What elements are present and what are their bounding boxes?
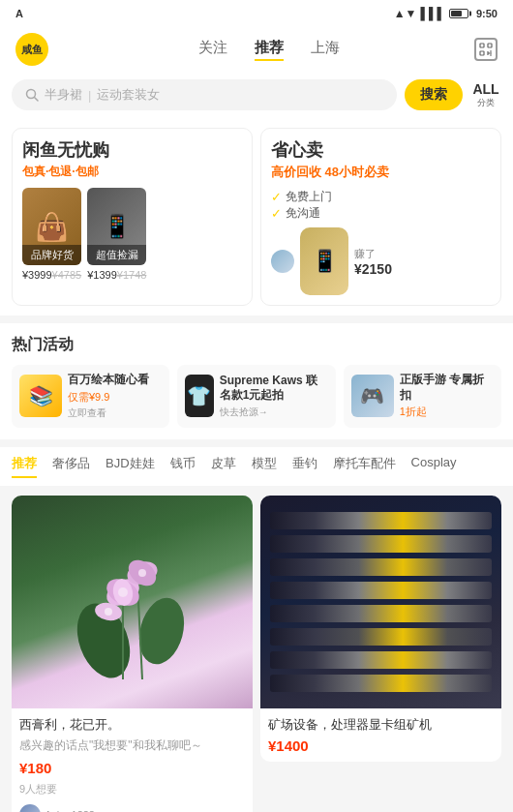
nav-tabs: 关注 推荐 上海 bbox=[64, 39, 474, 61]
activity-supreme[interactable]: 👕 Supreme Kaws 联名款1元起拍 快去抢源→ bbox=[177, 365, 335, 428]
cat-tab-coins[interactable]: 钱币 bbox=[170, 455, 196, 478]
cat-tab-bjd[interactable]: BJD娃娃 bbox=[106, 455, 155, 478]
flower-likes: 9人想要 bbox=[19, 782, 57, 797]
gpu-row-7 bbox=[270, 651, 492, 669]
gpu-row-8 bbox=[270, 675, 492, 692]
gpu-row-4 bbox=[270, 582, 492, 599]
status-right: ▲▼ ▌▌▌ 9:50 bbox=[394, 7, 498, 20]
search-input-wrap[interactable]: 半身裙 | 运动套装女 bbox=[12, 79, 397, 110]
banner-left-products: 👜 品牌好货 ¥3999¥4785 📱 超值捡漏 ¥1399¥1748 bbox=[22, 188, 242, 281]
gpu-row-5 bbox=[270, 605, 492, 622]
tab-shanghai[interactable]: 上海 bbox=[311, 39, 340, 61]
search-button[interactable]: 搜索 bbox=[405, 79, 463, 110]
activity-book-desc: 仅需¥9.9 bbox=[68, 390, 149, 405]
all-categories-button[interactable]: ALL 分类 bbox=[470, 81, 501, 109]
battery-fill bbox=[451, 11, 462, 16]
signal-icon: ▌▌▌ bbox=[420, 7, 445, 20]
cat-tab-fishing[interactable]: 垂钓 bbox=[292, 455, 317, 478]
gpu-row-1 bbox=[270, 512, 492, 529]
flower-price: ¥180 bbox=[19, 760, 245, 776]
check-item-2: ✓ 免沟通 bbox=[271, 205, 491, 222]
gpu-price: ¥1400 bbox=[268, 737, 494, 754]
cat-tab-cosplay[interactable]: Cosplay bbox=[411, 455, 457, 478]
category-tabs: 推荐 奢侈品 BJD娃娃 钱币 皮草 模型 垂钓 摩托车配件 Cosplay bbox=[0, 447, 513, 486]
logo-area: 咸鱼 bbox=[15, 33, 64, 66]
banner-right[interactable]: 省心卖 高价回收 48小时必卖 ✓ 免费上门 ✓ 免沟通 📱 赚了 ¥2150 bbox=[260, 128, 501, 306]
svg-line-8 bbox=[35, 98, 39, 102]
status-bar: A ▲▼ ▌▌▌ 9:50 bbox=[0, 0, 513, 27]
cat-tab-fur[interactable]: 皮草 bbox=[211, 455, 236, 478]
hot-activities-section: 热门活动 📚 百万绘本随心看 仅需¥9.9 立即查看 👕 Supreme Kaw… bbox=[0, 323, 513, 439]
carrier-label: A bbox=[15, 8, 23, 19]
seller-avatar bbox=[271, 250, 294, 273]
tshirt-image: 👕 bbox=[185, 375, 213, 417]
activity-book[interactable]: 📚 百万绘本随心看 仅需¥9.9 立即查看 bbox=[12, 365, 169, 428]
banner-left-subtitle: 包真·包退·包邮 bbox=[22, 164, 242, 180]
search-placeholder1: 半身裙 bbox=[45, 86, 82, 104]
banner-checks: ✓ 免费上门 ✓ 免沟通 bbox=[271, 189, 491, 222]
activity-supreme-link[interactable]: 快去抢源→ bbox=[220, 406, 328, 419]
check-item-1: ✓ 免费上门 bbox=[271, 189, 491, 205]
search-placeholder2: 运动套装女 bbox=[97, 86, 160, 104]
gpu-product-info: 矿场设备，处理器显卡组矿机 ¥1400 bbox=[260, 708, 501, 762]
game-image: 🎮 bbox=[351, 375, 394, 417]
hot-activities-title: 热门活动 bbox=[12, 335, 501, 355]
sold-note: 赚了 ¥2150 bbox=[354, 247, 392, 277]
svg-rect-1 bbox=[488, 44, 492, 47]
product-phone-label: 超值捡漏 bbox=[87, 245, 146, 265]
activity-book-link[interactable]: 立即查看 bbox=[68, 406, 149, 420]
product-bag-price: ¥3999¥4785 bbox=[22, 269, 81, 281]
battery-icon bbox=[449, 9, 468, 18]
activity-game-title: 正版手游 专属折扣 bbox=[400, 373, 494, 403]
book-image: 📚 bbox=[19, 375, 62, 417]
product-bag-label: 品牌好货 bbox=[22, 245, 81, 265]
product-phone-price: ¥1399¥1748 bbox=[87, 269, 146, 281]
tab-follow[interactable]: 关注 bbox=[198, 39, 227, 61]
cat-tab-luxury[interactable]: 奢侈品 bbox=[52, 455, 90, 478]
product-grid: 西膏利，花已开。 感兴趣的话点"我想要"和我私聊吧～ ¥180 9人想要 Axi… bbox=[0, 488, 513, 812]
cat-tab-model[interactable]: 模型 bbox=[252, 455, 277, 478]
flower-subtitle: 感兴趣的话点"我想要"和我私聊吧～ bbox=[19, 737, 245, 754]
product-bag[interactable]: 👜 品牌好货 ¥3999¥4785 bbox=[22, 188, 81, 281]
grid-col-left: 西膏利，花已开。 感兴趣的话点"我想要"和我私聊吧～ ¥180 9人想要 Axi… bbox=[12, 496, 253, 812]
svg-point-19 bbox=[138, 569, 146, 577]
gpu-title: 矿场设备，处理器显卡组矿机 bbox=[268, 716, 494, 734]
seller-avatar-flower bbox=[19, 804, 41, 812]
activity-supreme-text: Supreme Kaws 联名款1元起拍 快去抢源→ bbox=[220, 374, 328, 419]
activity-game[interactable]: 🎮 正版手游 专属折扣 1折起 bbox=[344, 365, 501, 428]
gpu-row-3 bbox=[270, 558, 492, 576]
gpu-image bbox=[260, 496, 501, 708]
banner-left[interactable]: 闲鱼无忧购 包真·包退·包邮 👜 品牌好货 ¥3999¥4785 📱 超值捡漏 … bbox=[12, 128, 253, 306]
gold-phone-img: 📱 bbox=[300, 227, 348, 295]
product-flower[interactable]: 西膏利，花已开。 感兴趣的话点"我想要"和我私聊吧～ ¥180 9人想要 Axi… bbox=[12, 496, 253, 812]
activity-book-text: 百万绘本随心看 仅需¥9.9 立即查看 bbox=[68, 373, 149, 420]
activity-book-title: 百万绘本随心看 bbox=[68, 373, 149, 388]
header: 咸鱼 关注 推荐 上海 bbox=[0, 27, 513, 72]
activity-game-desc: 1折起 bbox=[400, 405, 494, 419]
banner-right-title: 省心卖 bbox=[271, 138, 491, 162]
cat-tab-recommend[interactable]: 推荐 bbox=[12, 455, 37, 478]
banner-area: 闲鱼无忧购 包真·包退·包邮 👜 品牌好货 ¥3999¥4785 📱 超值捡漏 … bbox=[0, 118, 513, 316]
flower-product-info: 西膏利，花已开。 感兴趣的话点"我想要"和我私聊吧～ ¥180 9人想要 Axi… bbox=[12, 708, 253, 812]
banner-right-bottom: 📱 赚了 ¥2150 bbox=[271, 227, 491, 295]
scan-icon[interactable] bbox=[474, 38, 498, 61]
gpu-rows bbox=[260, 502, 501, 702]
gpu-row-2 bbox=[270, 535, 492, 553]
search-icon bbox=[25, 88, 39, 102]
product-gpu[interactable]: 矿场设备，处理器显卡组矿机 ¥1400 bbox=[260, 496, 501, 762]
product-phone[interactable]: 📱 超值捡漏 ¥1399¥1748 bbox=[87, 188, 146, 281]
flower-image bbox=[12, 496, 253, 708]
wifi-icon: ▲▼ bbox=[394, 7, 417, 20]
flower-svg bbox=[75, 525, 191, 679]
activity-game-text: 正版手游 专属折扣 1折起 bbox=[400, 373, 494, 419]
svg-rect-2 bbox=[480, 51, 484, 55]
banner-left-title: 闲鱼无忧购 bbox=[22, 138, 242, 162]
banner-right-subtitle: 高价回收 48小时必卖 bbox=[271, 164, 491, 181]
flower-title: 西膏利，花已开。 bbox=[19, 716, 245, 734]
activity-supreme-title: Supreme Kaws 联名款1元起拍 bbox=[220, 374, 328, 404]
flower-footer: 9人想要 bbox=[19, 782, 245, 797]
flower-seller[interactable]: Axing1333 bbox=[19, 804, 245, 812]
time-label: 9:50 bbox=[476, 8, 498, 19]
tab-recommend[interactable]: 推荐 bbox=[255, 39, 284, 61]
cat-tab-moto[interactable]: 摩托车配件 bbox=[333, 455, 396, 478]
